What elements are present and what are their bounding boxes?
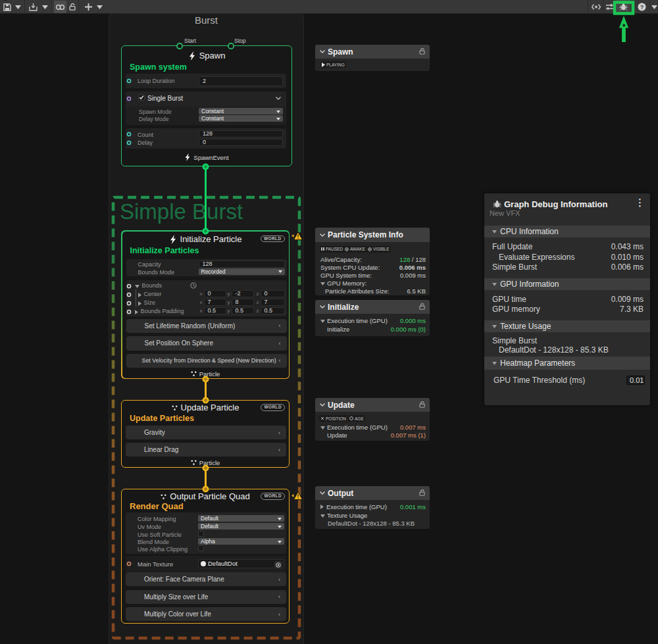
svg-text:?: ? (640, 4, 644, 11)
